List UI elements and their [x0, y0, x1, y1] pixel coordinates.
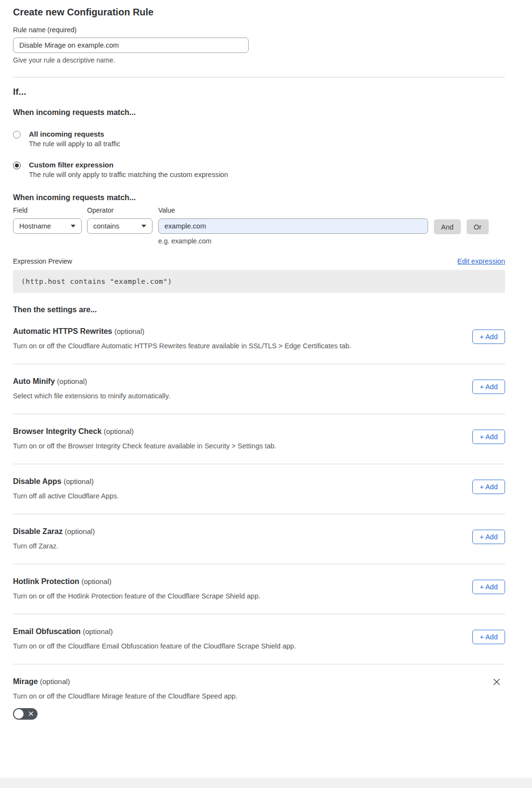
- expression-preview-row: Expression Preview Edit expression: [13, 257, 505, 265]
- field-select-value: Hostname: [19, 222, 51, 230]
- optional-label: (optional): [114, 327, 145, 335]
- optional-label: (optional): [40, 677, 70, 686]
- expression-preview-code: (http.host contains "example.com"): [13, 270, 505, 293]
- toggle-off-x-icon: [28, 711, 34, 716]
- operator-select-value: contains: [93, 222, 119, 230]
- optional-label: (optional): [104, 427, 134, 435]
- setting-auto-minify: Auto Minify (optional) Select which file…: [13, 364, 505, 414]
- setting-name: Disable Zaraz: [13, 527, 63, 535]
- radio-label-all-incoming: All incoming requests: [29, 130, 120, 138]
- add-button[interactable]: + Add: [472, 530, 505, 544]
- value-hint: e.g. example.com: [158, 237, 428, 245]
- if-heading: If...: [13, 87, 505, 97]
- setting-email-obfuscation: Email Obfuscation (optional) Turn on or …: [13, 614, 505, 664]
- setting-name: Auto Minify: [13, 377, 55, 385]
- add-button[interactable]: + Add: [472, 330, 505, 344]
- section-divider: [13, 77, 505, 77]
- value-input[interactable]: [158, 218, 428, 234]
- radio-desc-all-incoming: The rule will apply to all traffic: [29, 140, 120, 148]
- setting-name: Email Obfuscation: [13, 627, 80, 635]
- setting-name: Disable Apps: [13, 477, 62, 485]
- value-label: Value: [158, 206, 428, 214]
- rule-name-input[interactable]: [13, 38, 249, 53]
- expression-builder-row: Field Hostname Operator contains Value e…: [13, 206, 505, 245]
- setting-mirage: Mirage (optional) Turn on or off the Clo…: [13, 664, 505, 720]
- radio-desc-custom-filter: The rule will only apply to traffic matc…: [29, 171, 228, 178]
- setting-description: Turn off Zaraz.: [13, 542, 95, 550]
- rule-name-help: Give your rule a descriptive name.: [13, 56, 505, 64]
- toggle-knob: [14, 709, 24, 719]
- mirage-toggle-off[interactable]: [13, 708, 38, 720]
- setting-description: Turn on or off the Cloudflare Automatic …: [13, 342, 351, 350]
- optional-label: (optional): [81, 577, 112, 585]
- bottom-scroll-strip: [0, 778, 532, 788]
- radio-label-custom-filter: Custom filter expression: [29, 161, 228, 169]
- radio-option-all-incoming[interactable]: All incoming requests The rule will appl…: [13, 130, 505, 148]
- add-button[interactable]: + Add: [472, 580, 505, 594]
- close-icon[interactable]: [493, 678, 500, 686]
- add-button[interactable]: + Add: [472, 480, 505, 494]
- setting-description: Turn on or off the Browser Integrity Che…: [13, 442, 277, 450]
- setting-description: Turn on or off the Cloudflare Mirage fea…: [13, 692, 505, 700]
- optional-label: (optional): [65, 527, 95, 535]
- or-button[interactable]: Or: [467, 219, 489, 234]
- add-button[interactable]: + Add: [472, 380, 505, 394]
- operator-label: Operator: [87, 206, 158, 214]
- setting-name: Hotlink Protection: [13, 577, 79, 585]
- add-button[interactable]: + Add: [472, 430, 505, 444]
- optional-label: (optional): [63, 477, 94, 485]
- field-select[interactable]: Hostname: [13, 218, 82, 234]
- chevron-down-icon: [71, 225, 76, 228]
- edit-expression-link[interactable]: Edit expression: [457, 257, 505, 265]
- add-button[interactable]: + Add: [472, 630, 505, 644]
- then-settings-heading: Then the settings are...: [13, 305, 505, 314]
- operator-select[interactable]: contains: [87, 218, 152, 234]
- radio-checked-icon[interactable]: [13, 162, 21, 169]
- setting-hotlink-protection: Hotlink Protection (optional) Turn on or…: [13, 564, 505, 614]
- optional-label: (optional): [83, 627, 113, 635]
- expression-preview-label: Expression Preview: [13, 257, 72, 265]
- setting-name: Browser Integrity Check: [13, 427, 101, 435]
- setting-name: Automatic HTTPS Rewrites: [13, 327, 112, 335]
- create-configuration-rule-page: Create new Configuration Rule Rule name …: [0, 0, 532, 720]
- setting-description: Turn on or off the Cloudflare Email Obfu…: [13, 642, 296, 650]
- radio-option-custom-filter[interactable]: Custom filter expression The rule will o…: [13, 161, 505, 178]
- setting-disable-zaraz: Disable Zaraz (optional) Turn off Zaraz.…: [13, 514, 505, 564]
- and-button[interactable]: And: [434, 219, 461, 234]
- field-label: Field: [13, 206, 87, 214]
- setting-browser-integrity-check: Browser Integrity Check (optional) Turn …: [13, 414, 505, 464]
- chevron-down-icon: [141, 225, 146, 228]
- setting-disable-apps: Disable Apps (optional) Turn off all act…: [13, 464, 505, 514]
- setting-description: Turn on or off the Hotlink Protection fe…: [13, 592, 260, 600]
- optional-label: (optional): [57, 377, 88, 385]
- match-heading: When incoming requests match...: [13, 108, 505, 117]
- rule-name-label: Rule name (required): [13, 26, 505, 34]
- setting-name: Mirage: [13, 677, 38, 686]
- page-title: Create new Configuration Rule: [13, 7, 505, 18]
- setting-description: Turn off all active Cloudflare Apps.: [13, 492, 119, 500]
- setting-automatic-https-rewrites: Automatic HTTPS Rewrites (optional) Turn…: [13, 314, 505, 364]
- builder-heading: When incoming requests match...: [13, 193, 505, 202]
- radio-unchecked-icon[interactable]: [13, 131, 21, 139]
- setting-description: Select which file extensions to minify a…: [13, 392, 170, 400]
